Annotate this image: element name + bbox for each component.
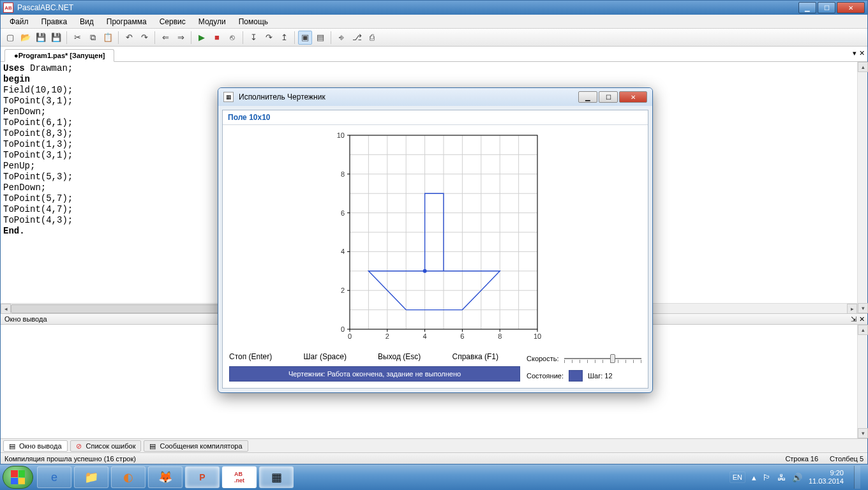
svg-point-47 [423, 269, 427, 273]
drawman-minimize-button[interactable]: ▁ [578, 91, 597, 103]
scroll-right-icon[interactable]: ▸ [847, 304, 857, 314]
taskbar-pascalabc-icon[interactable]: AB.net [222, 466, 257, 488]
menu-help[interactable]: Помощь [232, 15, 274, 28]
taskbar-firefox-icon[interactable]: 🦊 [148, 466, 183, 488]
panel-close-icon[interactable]: ✕ [859, 315, 865, 323]
window-maximize-button[interactable]: ☐ [818, 2, 835, 13]
window-minimize-button[interactable]: ▁ [798, 2, 816, 13]
tray-flag-icon[interactable]: 🏳 [763, 473, 771, 482]
taskbar-drawman-icon[interactable]: ▦ [259, 466, 294, 488]
stop-icon[interactable]: ■ [210, 31, 224, 45]
tab-program1[interactable]: ●Program1.pas* [Запущен] [4, 49, 114, 62]
status-column: Столбец 5 [830, 455, 864, 463]
drawman-canvas-wrap: 02468100246810 [223, 125, 648, 347]
svg-text:0: 0 [341, 325, 345, 333]
compile-icon[interactable]: ⎋ [225, 31, 239, 45]
status-bar: Компиляция прошла успешно (16 строк) Стр… [1, 452, 867, 464]
drawman-help-button[interactable]: Справка (F1) [453, 352, 521, 361]
drawman-step-button[interactable]: Шаг (Space) [304, 352, 372, 361]
windows-logo-icon [11, 470, 25, 484]
undo-icon[interactable]: ↶ [122, 31, 136, 45]
tray-network-icon[interactable]: 🖧 [777, 473, 786, 482]
menu-edit[interactable]: Правка [35, 15, 74, 28]
menu-modules[interactable]: Модули [192, 15, 232, 28]
titlebar[interactable]: AB PascalABC.NET ▁ ☐ ✕ [1, 1, 867, 15]
step-out-icon[interactable]: ↥ [277, 31, 291, 45]
svg-text:10: 10 [337, 131, 345, 139]
output-scrollbar-vertical[interactable]: ▴ ▾ [857, 325, 867, 438]
taskbar-explorer-icon[interactable]: 📁 [74, 466, 108, 488]
start-button[interactable] [3, 466, 33, 489]
tab-close-icon[interactable]: ✕ [859, 49, 865, 57]
menu-service[interactable]: Сервис [153, 15, 192, 28]
output-panel-title: Окно вывода [4, 315, 47, 323]
drawman-close-button[interactable]: ✕ [619, 91, 647, 103]
drawman-app-icon: ▦ [223, 92, 234, 102]
menu-view[interactable]: Вид [73, 15, 100, 28]
svg-text:6: 6 [460, 332, 464, 340]
bottom-tab-output[interactable]: ▤ Окно вывода [3, 440, 68, 452]
drawman-window[interactable]: ▦ Исполнитель Чертежник ▁ ☐ ✕ Поле 10x10… [218, 87, 653, 393]
panel-pin-icon[interactable]: ⇲ [851, 315, 857, 323]
svg-text:2: 2 [341, 286, 345, 294]
svg-text:0: 0 [348, 332, 352, 340]
tray-clock[interactable]: 9:20 11.03.2014 [809, 469, 844, 486]
tool-c-icon[interactable]: ⎙ [365, 31, 379, 45]
bottom-tab-errors[interactable]: ⊘ Список ошибок [70, 440, 142, 452]
scroll-up-icon[interactable]: ▴ [858, 62, 868, 72]
nav-back-icon[interactable]: ⇐ [158, 31, 172, 45]
paste-icon[interactable]: 📋 [101, 31, 115, 45]
window-close-button[interactable]: ✕ [837, 2, 865, 13]
drawman-status-message: Чертежник: Работа окончена, задание не в… [229, 366, 520, 382]
tab-dropdown-icon[interactable]: ▾ [853, 49, 857, 57]
nav-fwd-icon[interactable]: ⇒ [174, 31, 188, 45]
menu-program[interactable]: Программа [100, 15, 153, 28]
svg-text:8: 8 [498, 332, 502, 340]
drawman-speed-label: Скорость: [527, 355, 559, 362]
drawman-step-count: Шаг: 12 [588, 372, 613, 380]
svg-text:10: 10 [534, 332, 541, 340]
redo-icon[interactable]: ↷ [137, 31, 151, 45]
errors-tab-icon: ⊘ [76, 442, 84, 450]
save-all-icon[interactable]: 💾 [49, 31, 63, 45]
drawman-canvas: 02468100246810 [327, 131, 544, 343]
tool-a-icon[interactable]: ⎆ [334, 31, 348, 45]
panel-icon[interactable]: ▤ [313, 31, 327, 45]
save-icon[interactable]: 💾 [34, 31, 48, 45]
bottom-tab-compiler[interactable]: ▤ Сообщения компилятора [144, 440, 248, 452]
scroll-left-icon[interactable]: ◂ [1, 304, 11, 314]
taskbar-powerpoint-icon[interactable]: P [185, 466, 220, 488]
drawman-maximize-button[interactable]: ☐ [599, 91, 618, 103]
step-into-icon[interactable]: ↧ [246, 31, 260, 45]
drawman-speed-slider[interactable] [564, 352, 641, 365]
menu-file[interactable]: Файл [3, 15, 35, 28]
tray-volume-icon[interactable]: 🔊 [792, 473, 802, 482]
drawman-field-label: Поле 10x10 [223, 110, 648, 125]
taskbar-media-icon[interactable]: ◐ [111, 466, 146, 488]
drawman-state-indicator [569, 370, 583, 382]
tool-b-icon[interactable]: ⎇ [350, 31, 364, 45]
tray-language[interactable]: EN [730, 471, 745, 483]
open-file-icon[interactable]: 📂 [19, 31, 33, 45]
scroll-down-icon[interactable]: ▾ [858, 303, 868, 313]
step-over-icon[interactable]: ↷ [262, 31, 276, 45]
drawman-stop-button[interactable]: Стоп (Enter) [229, 352, 297, 361]
scroll-down-icon[interactable]: ▾ [858, 428, 868, 438]
run-icon[interactable]: ▶ [195, 31, 209, 45]
editor-scrollbar-vertical[interactable]: ▴ ▾ [857, 62, 867, 313]
svg-text:6: 6 [341, 209, 345, 217]
app-icon: AB [3, 3, 13, 13]
new-file-icon[interactable]: ▢ [3, 31, 17, 45]
show-desktop-button[interactable] [854, 466, 860, 489]
copy-icon[interactable]: ⧉ [86, 31, 100, 45]
taskbar-ie-icon[interactable]: e [37, 466, 71, 488]
taskbar: e 📁 ◐ 🦊 P AB.net ▦ EN ▴ 🏳 🖧 🔊 9:20 11.03… [0, 464, 868, 490]
scroll-up-icon[interactable]: ▴ [858, 325, 868, 335]
status-message: Компиляция прошла успешно (16 строк) [4, 455, 136, 463]
cut-icon[interactable]: ✂ [70, 31, 84, 45]
toggle-panel-icon[interactable]: ▣ [298, 31, 312, 45]
tray-chevron-icon[interactable]: ▴ [752, 473, 756, 482]
drawman-titlebar[interactable]: ▦ Исполнитель Чертежник ▁ ☐ ✕ [218, 88, 652, 106]
drawman-exit-button[interactable]: Выход (Esc) [378, 352, 446, 361]
compiler-tab-icon: ▤ [149, 442, 157, 450]
